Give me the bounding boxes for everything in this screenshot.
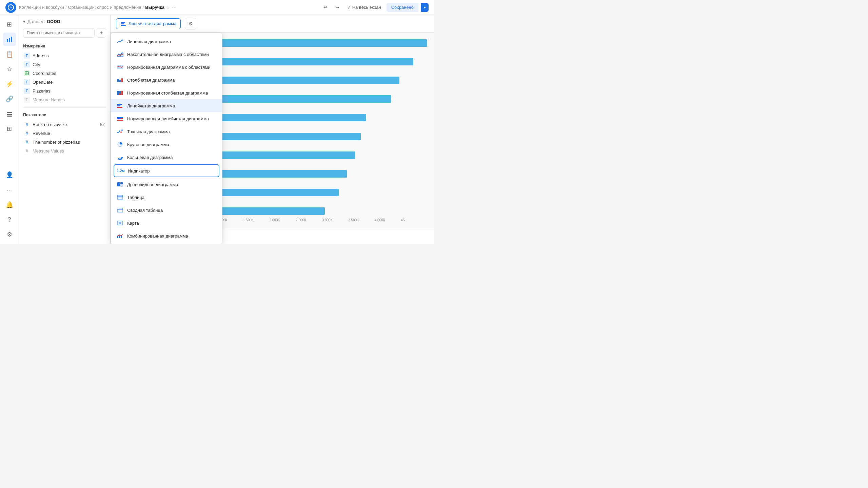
dataset-collapse-icon[interactable]: ▾ [23,19,25,24]
search-row: + [23,28,106,38]
more-icon[interactable]: ··· [172,4,177,11]
dropdown-bar-norm[interactable]: Нормированная столбчатая диаграмма [111,86,222,99]
star-icon[interactable]: ☆ [166,5,170,10]
nav-more-button[interactable]: ··· [3,183,16,197]
saved-button[interactable]: Сохранено [387,3,418,12]
dropdown-pivot[interactable]: Сводная таблица [111,204,222,217]
breadcrumb-part2[interactable]: Организации: спрос и предложение [68,5,141,10]
map-icon [116,219,124,227]
field-opendate-label: OpenDate [33,80,105,85]
bar-chart-icon [116,76,124,84]
num-pizzerias-icon: # [24,139,30,145]
chart-settings-button[interactable]: ⚙ [185,18,196,29]
dropdown-indicator[interactable]: 1.2м Индикатор [114,164,219,177]
dropdown-map[interactable]: Карта [111,217,222,229]
fullscreen-button[interactable]: ⤢ На весь экран [344,3,384,11]
measures-title: Показатели [23,113,106,117]
field-coordinates[interactable]: Coordinates [23,69,106,78]
topbar-actions: ↩ ↪ ⤢ На весь экран Сохранено ▾ [321,3,429,12]
dropdown-bar-horiz[interactable]: Линейчатая диаграмма [111,99,222,112]
field-opendate[interactable]: T OpenDate [23,78,106,86]
dropdown-combo[interactable]: Комбинированная диаграмма [111,229,222,242]
field-rank-extra: f(x) [100,122,105,126]
bar-horiz-icon [116,102,124,109]
svg-rect-32 [120,182,123,184]
nav-bolt-button[interactable]: ⚡ [3,77,16,91]
field-rank[interactable]: # Rank по выручке f(x) [23,120,106,129]
x-tick: 2 500К [296,218,322,222]
nav-bell-button[interactable]: 🔔 [3,198,16,211]
dropdown-table[interactable]: Таблица [111,191,222,204]
search-input[interactable] [23,28,95,38]
svg-rect-31 [117,182,120,186]
svg-rect-24 [120,118,123,119]
redo-button[interactable]: ↪ [333,3,342,11]
chart-bar: Линейчатая диаграмма ⚙ [111,15,434,33]
nav-grid-button[interactable]: ⊞ [3,18,16,31]
x-tick: 2 000К [269,218,296,222]
dropdown-pie[interactable]: Круговая диаграмма [111,138,222,151]
dropdown-bar-horiz-norm[interactable]: Нормированная линейчатая диаграмма [111,112,222,125]
svg-point-45 [120,223,121,224]
nav-chart-button[interactable] [3,33,16,46]
dropdown-area-norm[interactable]: Нормированная диаграмма с областями [111,61,222,74]
breadcrumb: Коллекции и воркбуки / Организации: спро… [19,4,318,11]
app-logo[interactable] [5,2,16,13]
field-revenue[interactable]: # Revenue [23,129,106,138]
nav-book-button[interactable]: 📋 [3,47,16,61]
field-num-pizzerias[interactable]: # The number of pizzerias [23,138,106,146]
dropdown-treemap[interactable]: Древовидная диаграмма [111,178,222,191]
svg-rect-5 [7,112,12,113]
dropdown-donut[interactable]: Кольцевая диаграмма [111,151,222,164]
dropdown-combo-label: Комбинированная диаграмма [127,233,188,239]
donut-icon [116,154,124,161]
dropdown-indicator-label: Индикатор [128,168,150,174]
dropdown-line-label: Линейная диаграмма [127,39,171,44]
fullscreen-icon: ⤢ [347,5,351,10]
measure-names-icon: T [24,97,30,103]
dropdown-bar[interactable]: Столбчатая диаграмма [111,74,222,86]
measure-values-icon: # [24,148,30,154]
field-address[interactable]: T Address [23,51,106,60]
combo-icon [116,232,124,240]
dropdown-donut-label: Кольцевая диаграмма [127,155,173,160]
treemap-icon [116,181,124,188]
coordinates-icon [24,70,30,76]
nav-bar-button[interactable] [3,107,16,121]
dropdown-area-stacked[interactable]: Накопительная диаграмма с областями [111,48,222,61]
nav-link-button[interactable]: 🔗 [3,92,16,106]
area-stacked-icon [116,50,124,58]
area-norm-icon [116,63,124,71]
x-tick: 45 [401,218,427,222]
field-measure-values[interactable]: # Measure Values [23,146,106,155]
svg-rect-34 [117,195,123,199]
city-icon: T [24,61,30,67]
saved-dropdown-button[interactable]: ▾ [421,3,429,12]
field-rank-label: Rank по выручке [33,122,97,127]
field-measure-values-label: Measure Values [33,148,105,154]
breadcrumb-part1[interactable]: Коллекции и воркбуки [19,5,64,10]
nav-person-button[interactable]: 👤 [3,168,16,182]
icon-sidebar: ⊞ 📋 ☆ ⚡ 🔗 ⊞ 👤 ··· 🔔 ? ⚙ [0,15,19,244]
dropdown-scatter[interactable]: Точечная диаграмма [111,125,222,138]
dataset-label: Датасет: [27,19,45,24]
rank-icon: # [24,121,30,127]
nav-star-button[interactable]: ☆ [3,62,16,76]
nav-settings-button[interactable]: ⚙ [3,228,16,241]
field-city[interactable]: T City [23,60,106,69]
svg-point-29 [121,129,123,131]
revenue-icon: # [24,130,30,136]
breadcrumb-sep1: / [65,5,67,10]
field-pizzerias[interactable]: T Pizzerias [23,86,106,95]
nav-help-button[interactable]: ? [3,213,16,226]
svg-rect-18 [121,91,123,95]
field-measure-names[interactable]: T Measure Names [23,95,106,104]
dropdown-bar-horiz-norm-label: Нормированная линейчатая диаграмма [127,116,209,121]
fields-panel: ▾ Датасет: DODO + Измерения T Address T … [19,15,111,244]
chart-type-button[interactable]: Линейчатая диаграмма [116,18,181,29]
undo-button[interactable]: ↩ [321,3,330,11]
pizzerias-icon: T [24,88,30,94]
add-field-button[interactable]: + [97,28,106,38]
nav-grid2-button[interactable]: ⊞ [3,122,16,136]
dropdown-line[interactable]: Линейная диаграмма [111,35,222,48]
